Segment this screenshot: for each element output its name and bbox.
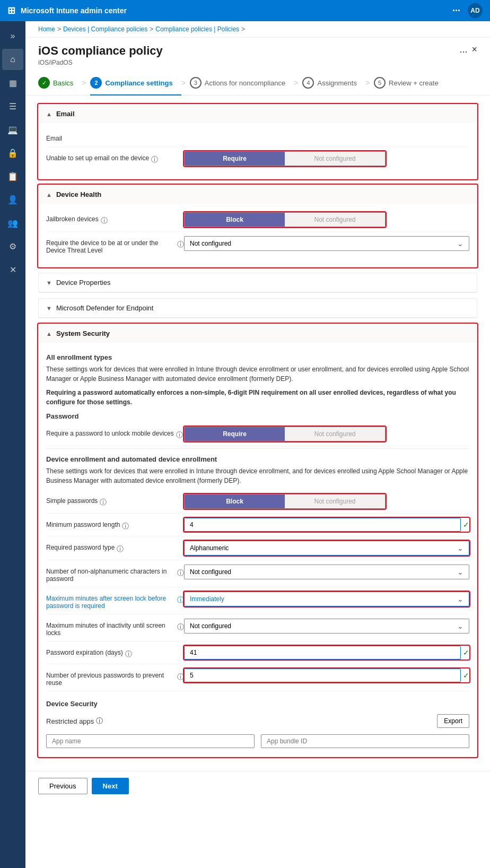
avatar-initials: AD (470, 7, 479, 14)
section-email-body: Email Unable to set up email on the devi… (39, 123, 477, 179)
previous-passwords-info-icon[interactable]: ⓘ (177, 672, 184, 682)
page-ellipsis-button[interactable]: ... (459, 44, 467, 55)
non-alphanumeric-info-icon[interactable]: ⓘ (177, 568, 184, 578)
section-email-header[interactable]: ▲ Email (39, 105, 477, 123)
sidebar-item-dashboard[interactable]: ▦ (2, 72, 23, 93)
topbar-more-button[interactable]: ··· (452, 5, 460, 16)
sidebar-item-security[interactable]: 🔒 (2, 142, 23, 163)
restricted-apps-row: Restricted apps ⓘ Export (46, 711, 469, 731)
step-basics[interactable]: ✓ Basics (38, 71, 82, 95)
breadcrumb-sep-3: > (241, 25, 245, 33)
sidebar-item-reports[interactable]: 📋 (2, 166, 23, 187)
menu-icon: ☰ (9, 101, 16, 111)
simple-passwords-control: Block Not configured (184, 494, 469, 509)
required-password-type-select[interactable]: Alphanumeric Numeric Not configured (185, 541, 469, 555)
form-row-simple-passwords: Simple passwords ⓘ Block Not configured (46, 490, 469, 514)
simple-passwords-not-configured-btn[interactable]: Not configured (285, 494, 385, 508)
form-row-password-expiration: Password expiration (days) ⓘ ✓ (46, 641, 469, 664)
unable-to-setup-email-require-btn[interactable]: Require (185, 152, 285, 166)
max-minutes-inactivity-info-icon[interactable]: ⓘ (177, 622, 184, 632)
jailbroken-block-btn[interactable]: Block (185, 213, 285, 227)
groups-icon: 👥 (7, 218, 18, 228)
simple-passwords-info-icon[interactable]: ⓘ (100, 498, 107, 507)
sidebar: » ⌂ ▦ ☰ 💻 🔒 📋 👤 👥 ⚙ ✕ (0, 21, 25, 868)
form-row-non-alphanumeric: Number of non-alphanumeric characters in… (46, 560, 469, 587)
page-header: iOS compliance policy iOS/iPadOS ... × (25, 38, 490, 71)
threat-level-select[interactable]: Not configured Secured Low Medium High (185, 237, 469, 250)
section-device-properties: ▼ Device Properties (38, 273, 477, 293)
restricted-apps-info-icon[interactable]: ⓘ (96, 716, 103, 726)
password-expiration-input[interactable] (184, 646, 461, 659)
form-row-unable-to-setup-email: Unable to set up email on the device ⓘ R… (46, 147, 469, 170)
all-enrollment-desc2: Requiring a password automatically enfor… (46, 388, 469, 407)
max-minutes-screen-lock-select[interactable]: Immediately 1 minute 5 minutes 15 minute… (185, 592, 469, 606)
step-compliance[interactable]: 2 Compliance settings (90, 71, 181, 95)
require-password-info-icon[interactable]: ⓘ (176, 430, 183, 440)
required-password-type-label: Required password type ⓘ (46, 541, 184, 554)
sidebar-item-devices[interactable]: 💻 (2, 119, 23, 140)
breadcrumb-policies[interactable]: Compliance policies | Policies (155, 25, 239, 33)
next-button[interactable]: Next (92, 778, 129, 794)
app-bundle-input[interactable] (261, 734, 469, 748)
max-minutes-screen-lock-control: Immediately 1 minute 5 minutes 15 minute… (184, 592, 469, 606)
sidebar-item-users[interactable]: 👤 (2, 189, 23, 210)
section-device-health-header[interactable]: ▲ Device Health (39, 185, 477, 204)
sidebar-expand[interactable]: » (2, 25, 23, 47)
export-button[interactable]: Export (437, 714, 469, 728)
previous-passwords-control: ✓ (184, 669, 469, 682)
require-password-not-configured-btn[interactable]: Not configured (285, 427, 385, 441)
step-compliance-num: 2 (90, 77, 102, 89)
jailbroken-info-icon[interactable]: ⓘ (101, 216, 108, 225)
topbar: ⊞ Microsoft Intune admin center ··· AD (0, 0, 490, 21)
threat-level-info-icon[interactable]: ⓘ (177, 240, 184, 249)
unable-to-setup-email-info-icon[interactable]: ⓘ (151, 155, 158, 164)
simple-passwords-block-btn[interactable]: Block (185, 494, 285, 508)
threat-level-select-wrapper: Not configured Secured Low Medium High (184, 236, 469, 251)
form-row-max-minutes-inactivity: Maximum minutes of inactivity until scre… (46, 614, 469, 641)
page-close-button[interactable]: × (471, 44, 477, 55)
previous-passwords-input[interactable] (184, 669, 461, 682)
max-minutes-inactivity-select[interactable]: Not configured 1 minute 2 minutes 5 minu… (185, 619, 469, 633)
main-content: Home > Devices | Compliance policies > C… (25, 21, 490, 868)
section-device-health: ▲ Device Health Jailbroken devices ⓘ Blo… (38, 185, 477, 267)
max-minutes-screen-lock-info-icon[interactable]: ⓘ (177, 595, 184, 605)
avatar[interactable]: AD (468, 3, 483, 18)
password-expiration-info-icon[interactable]: ⓘ (125, 649, 132, 659)
min-password-length-input[interactable] (184, 518, 461, 532)
sidebar-item-settings[interactable]: ⚙ (2, 236, 23, 257)
form-row-jailbroken: Jailbroken devices ⓘ Block Not configure… (46, 208, 469, 232)
step-actions[interactable]: 3 Actions for noncompliance (190, 71, 294, 95)
sidebar-item-home[interactable]: ⌂ (2, 49, 23, 70)
sidebar-item-menu[interactable]: ☰ (2, 96, 23, 117)
sidebar-item-groups[interactable]: 👥 (2, 212, 23, 233)
non-alphanumeric-select[interactable]: Not configured 1 2 3 4 (185, 565, 469, 579)
app-name-input[interactable] (46, 734, 255, 748)
all-enrollment-title: All enrollment types (46, 353, 469, 361)
jailbroken-not-configured-btn[interactable]: Not configured (285, 213, 385, 227)
require-password-require-btn[interactable]: Require (185, 427, 285, 441)
email-subsection-label: Email (46, 132, 184, 142)
device-security-title: Device Security (46, 700, 469, 708)
device-health-chevron-up-icon: ▲ (46, 192, 52, 198)
unable-to-setup-email-control: Require Not configured (184, 151, 469, 166)
required-password-type-info-icon[interactable]: ⓘ (117, 544, 124, 554)
unable-to-setup-email-not-configured-btn[interactable]: Not configured (285, 152, 385, 166)
step-assignments[interactable]: 4 Assignments (302, 71, 365, 95)
breadcrumb-compliance-policies[interactable]: Devices | Compliance policies (63, 25, 147, 33)
section-system-security-header[interactable]: ▲ System Security (39, 324, 477, 343)
previous-passwords-check-icon: ✓ (463, 671, 469, 680)
step-sep-4: > (365, 79, 370, 87)
step-sep-1: > (82, 79, 86, 87)
min-password-length-info-icon[interactable]: ⓘ (122, 522, 129, 531)
section-defender-header[interactable]: ▼ Microsoft Defender for Endpoint (39, 299, 477, 318)
section-device-health-label: Device Health (56, 190, 101, 198)
sidebar-item-close[interactable]: ✕ (2, 259, 23, 280)
section-device-properties-header[interactable]: ▼ Device Properties (39, 273, 477, 292)
max-minutes-screen-lock-select-wrapper: Immediately 1 minute 5 minutes 15 minute… (184, 592, 469, 606)
step-review[interactable]: 5 Review + create (374, 71, 447, 95)
previous-button[interactable]: Previous (38, 778, 88, 794)
threat-level-control: Not configured Secured Low Medium High (184, 236, 469, 251)
page-title: iOS compliance policy (38, 44, 163, 58)
breadcrumb-home[interactable]: Home (38, 25, 55, 33)
form-row-threat-level: Require the device to be at or under the… (46, 232, 469, 258)
